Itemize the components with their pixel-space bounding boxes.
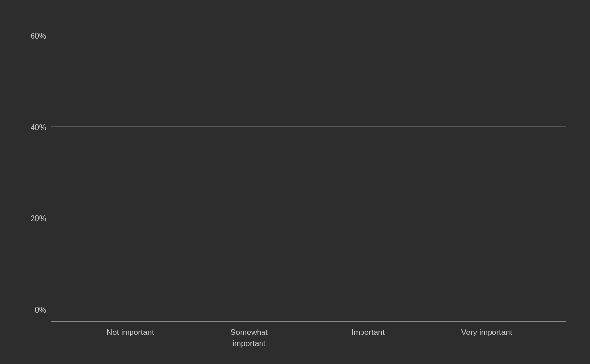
x-labels: Not importantSomewhatimportantImportantV… bbox=[51, 322, 566, 349]
y-axis-label: 0% bbox=[35, 306, 46, 315]
x-axis-label: Very important bbox=[432, 327, 541, 349]
y-axis: 60%40%20%0% bbox=[24, 30, 51, 349]
x-axis-label: Important bbox=[314, 327, 422, 349]
bars-and-grid bbox=[51, 30, 566, 322]
plot-area: Not importantSomewhatimportantImportantV… bbox=[51, 30, 566, 349]
chart-area: 60%40%20%0% Not importantSomewhatimporta… bbox=[24, 30, 566, 349]
y-axis-label: 40% bbox=[31, 123, 46, 132]
bars-row bbox=[51, 30, 566, 321]
y-axis-label: 20% bbox=[31, 214, 46, 223]
chart-container: 60%40%20%0% Not importantSomewhatimporta… bbox=[24, 15, 566, 349]
x-axis-label: Not important bbox=[76, 327, 185, 349]
y-axis-label: 60% bbox=[31, 32, 46, 41]
x-axis-label: Somewhatimportant bbox=[195, 327, 303, 349]
